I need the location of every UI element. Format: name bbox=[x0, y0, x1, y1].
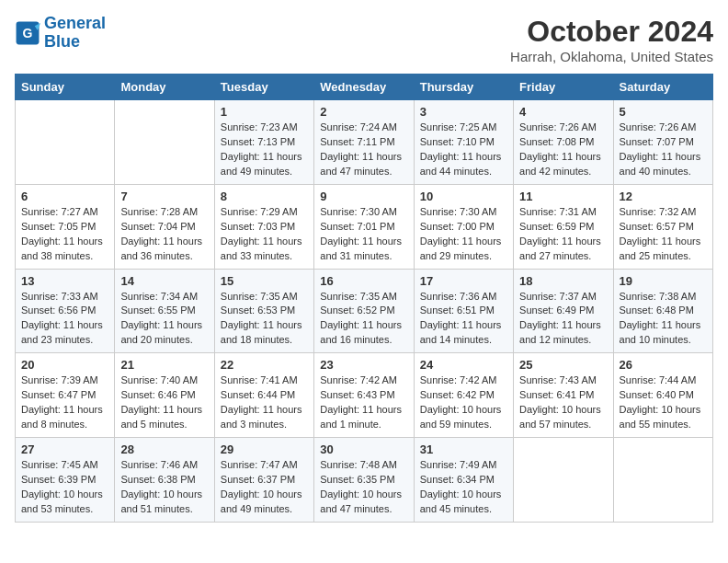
day-info: Sunrise: 7:32 AM Sunset: 6:57 PM Dayligh… bbox=[620, 205, 707, 264]
day-info: Sunrise: 7:25 AM Sunset: 7:10 PM Dayligh… bbox=[420, 121, 507, 179]
day-number: 29 bbox=[221, 442, 308, 456]
calendar-week-1: 1Sunrise: 7:23 AM Sunset: 7:13 PM Daylig… bbox=[16, 100, 713, 185]
header-friday: Friday bbox=[514, 75, 613, 100]
calendar-cell: 19Sunrise: 7:38 AM Sunset: 6:48 PM Dayli… bbox=[613, 269, 712, 353]
day-number: 4 bbox=[519, 105, 607, 119]
calendar-cell: 24Sunrise: 7:42 AM Sunset: 6:42 PM Dayli… bbox=[414, 353, 513, 438]
day-info: Sunrise: 7:29 AM Sunset: 7:03 PM Dayligh… bbox=[221, 205, 308, 264]
day-info: Sunrise: 7:37 AM Sunset: 6:49 PM Dayligh… bbox=[519, 290, 607, 349]
day-info: Sunrise: 7:42 AM Sunset: 6:42 PM Dayligh… bbox=[420, 373, 507, 432]
day-info: Sunrise: 7:42 AM Sunset: 6:43 PM Dayligh… bbox=[320, 373, 407, 432]
day-number: 6 bbox=[21, 190, 108, 203]
day-number: 18 bbox=[519, 274, 607, 288]
calendar-table: Sunday Monday Tuesday Wednesday Thursday… bbox=[15, 74, 713, 523]
logo: G General Blue bbox=[15, 15, 106, 52]
day-info: Sunrise: 7:46 AM Sunset: 6:38 PM Dayligh… bbox=[120, 458, 208, 517]
calendar-cell: 2Sunrise: 7:24 AM Sunset: 7:11 PM Daylig… bbox=[314, 100, 414, 185]
logo-text-line1: General bbox=[44, 15, 106, 33]
day-number: 10 bbox=[420, 190, 507, 203]
day-info: Sunrise: 7:26 AM Sunset: 7:07 PM Dayligh… bbox=[620, 121, 707, 179]
day-number: 12 bbox=[620, 190, 707, 203]
calendar-cell: 12Sunrise: 7:32 AM Sunset: 6:57 PM Dayli… bbox=[613, 184, 712, 269]
day-number: 3 bbox=[420, 105, 507, 119]
day-number: 26 bbox=[620, 358, 707, 372]
day-number: 2 bbox=[320, 105, 407, 119]
calendar-cell: 29Sunrise: 7:47 AM Sunset: 6:37 PM Dayli… bbox=[214, 438, 313, 523]
day-number: 5 bbox=[620, 105, 707, 119]
day-info: Sunrise: 7:31 AM Sunset: 6:59 PM Dayligh… bbox=[519, 205, 607, 264]
calendar-cell bbox=[514, 438, 613, 523]
day-info: Sunrise: 7:30 AM Sunset: 7:00 PM Dayligh… bbox=[420, 205, 507, 264]
day-info: Sunrise: 7:28 AM Sunset: 7:04 PM Dayligh… bbox=[120, 205, 208, 264]
logo-icon: G bbox=[15, 20, 40, 46]
calendar-cell bbox=[16, 100, 115, 185]
page-subtitle: Harrah, Oklahoma, United States bbox=[510, 49, 713, 64]
day-number: 22 bbox=[221, 358, 308, 372]
day-number: 13 bbox=[21, 274, 108, 288]
calendar-cell: 26Sunrise: 7:44 AM Sunset: 6:40 PM Dayli… bbox=[613, 353, 712, 438]
svg-text:G: G bbox=[23, 25, 33, 40]
day-info: Sunrise: 7:40 AM Sunset: 6:46 PM Dayligh… bbox=[120, 373, 208, 432]
calendar-week-5: 27Sunrise: 7:45 AM Sunset: 6:39 PM Dayli… bbox=[16, 438, 713, 523]
calendar-week-4: 20Sunrise: 7:39 AM Sunset: 6:47 PM Dayli… bbox=[16, 353, 713, 438]
day-info: Sunrise: 7:26 AM Sunset: 7:08 PM Dayligh… bbox=[519, 121, 607, 179]
day-info: Sunrise: 7:38 AM Sunset: 6:48 PM Dayligh… bbox=[620, 290, 707, 349]
logo-text-line2: Blue bbox=[44, 33, 106, 52]
calendar-week-2: 6Sunrise: 7:27 AM Sunset: 7:05 PM Daylig… bbox=[16, 184, 713, 269]
day-info: Sunrise: 7:35 AM Sunset: 6:53 PM Dayligh… bbox=[221, 290, 308, 349]
day-info: Sunrise: 7:45 AM Sunset: 6:39 PM Dayligh… bbox=[21, 458, 108, 517]
calendar-cell: 31Sunrise: 7:49 AM Sunset: 6:34 PM Dayli… bbox=[414, 438, 513, 523]
day-number: 9 bbox=[320, 190, 407, 203]
day-number: 21 bbox=[120, 358, 208, 372]
calendar-cell: 15Sunrise: 7:35 AM Sunset: 6:53 PM Dayli… bbox=[214, 269, 313, 353]
day-number: 15 bbox=[221, 274, 308, 288]
calendar-cell: 11Sunrise: 7:31 AM Sunset: 6:59 PM Dayli… bbox=[514, 184, 613, 269]
calendar-cell: 21Sunrise: 7:40 AM Sunset: 6:46 PM Dayli… bbox=[115, 353, 214, 438]
day-info: Sunrise: 7:24 AM Sunset: 7:11 PM Dayligh… bbox=[320, 121, 407, 179]
day-info: Sunrise: 7:23 AM Sunset: 7:13 PM Dayligh… bbox=[221, 121, 308, 179]
calendar-cell: 9Sunrise: 7:30 AM Sunset: 7:01 PM Daylig… bbox=[314, 184, 414, 269]
header-sunday: Sunday bbox=[16, 75, 115, 100]
calendar-cell: 4Sunrise: 7:26 AM Sunset: 7:08 PM Daylig… bbox=[514, 100, 613, 185]
calendar-cell bbox=[613, 438, 712, 523]
day-number: 24 bbox=[420, 358, 507, 372]
calendar-cell: 25Sunrise: 7:43 AM Sunset: 6:41 PM Dayli… bbox=[514, 353, 613, 438]
day-number: 25 bbox=[519, 358, 607, 372]
page-header: G General Blue October 2024 Harrah, Okla… bbox=[15, 15, 713, 64]
calendar-cell: 17Sunrise: 7:36 AM Sunset: 6:51 PM Dayli… bbox=[414, 269, 513, 353]
day-info: Sunrise: 7:27 AM Sunset: 7:05 PM Dayligh… bbox=[21, 205, 108, 264]
calendar-cell: 5Sunrise: 7:26 AM Sunset: 7:07 PM Daylig… bbox=[613, 100, 712, 185]
calendar-cell: 27Sunrise: 7:45 AM Sunset: 6:39 PM Dayli… bbox=[16, 438, 115, 523]
header-saturday: Saturday bbox=[613, 75, 712, 100]
calendar-cell: 30Sunrise: 7:48 AM Sunset: 6:35 PM Dayli… bbox=[314, 438, 414, 523]
day-number: 14 bbox=[120, 274, 208, 288]
calendar-cell: 8Sunrise: 7:29 AM Sunset: 7:03 PM Daylig… bbox=[214, 184, 313, 269]
day-number: 23 bbox=[320, 358, 407, 372]
page-title: October 2024 bbox=[510, 15, 713, 49]
calendar-cell: 6Sunrise: 7:27 AM Sunset: 7:05 PM Daylig… bbox=[16, 184, 115, 269]
header-monday: Monday bbox=[115, 75, 214, 100]
day-info: Sunrise: 7:36 AM Sunset: 6:51 PM Dayligh… bbox=[420, 290, 507, 349]
header-thursday: Thursday bbox=[414, 75, 513, 100]
calendar-header-row: Sunday Monday Tuesday Wednesday Thursday… bbox=[16, 75, 713, 100]
day-number: 17 bbox=[420, 274, 507, 288]
day-number: 30 bbox=[320, 442, 407, 456]
day-number: 11 bbox=[519, 190, 607, 203]
calendar-cell bbox=[115, 100, 214, 185]
day-number: 1 bbox=[221, 105, 308, 119]
day-info: Sunrise: 7:33 AM Sunset: 6:56 PM Dayligh… bbox=[21, 290, 108, 349]
header-wednesday: Wednesday bbox=[314, 75, 414, 100]
day-info: Sunrise: 7:49 AM Sunset: 6:34 PM Dayligh… bbox=[420, 458, 507, 517]
day-number: 20 bbox=[21, 358, 108, 372]
day-info: Sunrise: 7:43 AM Sunset: 6:41 PM Dayligh… bbox=[519, 373, 607, 432]
calendar-week-3: 13Sunrise: 7:33 AM Sunset: 6:56 PM Dayli… bbox=[16, 269, 713, 353]
day-number: 31 bbox=[420, 442, 507, 456]
day-info: Sunrise: 7:44 AM Sunset: 6:40 PM Dayligh… bbox=[620, 373, 707, 432]
day-info: Sunrise: 7:34 AM Sunset: 6:55 PM Dayligh… bbox=[120, 290, 208, 349]
day-number: 16 bbox=[320, 274, 407, 288]
day-info: Sunrise: 7:41 AM Sunset: 6:44 PM Dayligh… bbox=[221, 373, 308, 432]
day-number: 27 bbox=[21, 442, 108, 456]
day-number: 7 bbox=[120, 190, 208, 203]
title-block: October 2024 Harrah, Oklahoma, United St… bbox=[510, 15, 713, 64]
calendar-cell: 22Sunrise: 7:41 AM Sunset: 6:44 PM Dayli… bbox=[214, 353, 313, 438]
